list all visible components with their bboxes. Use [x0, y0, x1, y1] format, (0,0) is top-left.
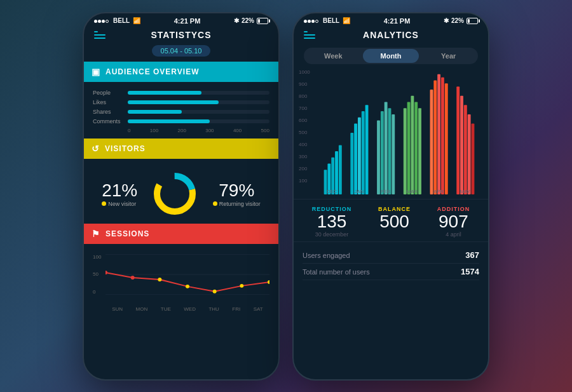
- status-bar-right: BELL 📶 4:21 PM ✱ 22%: [294, 13, 488, 27]
- date-badge: 05.04 - 05.10: [152, 45, 211, 57]
- app-title-right: ANALYTICS: [363, 30, 419, 40]
- right-phone: BELL 📶 4:21 PM ✱ 22% ANALYTICS Week Mont…: [292, 12, 489, 381]
- x-sat: SAT: [254, 306, 263, 312]
- svg-rect-38: [456, 86, 460, 194]
- svg-rect-39: [460, 95, 463, 194]
- bar-fill-comments: [128, 119, 210, 123]
- y-500: 500: [299, 130, 310, 135]
- bar-row-likes: Likes: [93, 99, 269, 105]
- balance-block: BALANCE 500: [378, 206, 411, 238]
- bar-track-comments: [128, 119, 269, 123]
- svg-rect-20: [358, 117, 361, 194]
- svg-rect-24: [381, 111, 384, 194]
- balance-label: BALANCE: [378, 206, 411, 212]
- chart-svg-wrap: DEC JAN FEB MAR APR MAY: [317, 69, 483, 199]
- new-visitor-pct: 21%: [102, 180, 137, 201]
- new-visitor-stat: 21% New visitor: [102, 180, 137, 207]
- bar-track-people: [128, 91, 269, 95]
- axis-200: 200: [178, 128, 186, 133]
- y-400: 400: [299, 142, 310, 147]
- axis-500: 500: [261, 128, 269, 133]
- returning-dot: [213, 201, 217, 206]
- y-50: 50: [93, 271, 101, 277]
- battery-icon-left: [257, 18, 268, 24]
- audience-content: People Likes Shares: [84, 87, 278, 139]
- engaged-label: Users engaged: [303, 252, 350, 259]
- sessions-line-chart: [106, 254, 269, 295]
- svg-point-6: [106, 271, 107, 274]
- balance-sub: [378, 231, 411, 238]
- wifi-icon: 📶: [133, 17, 140, 24]
- y-600: 600: [299, 118, 310, 123]
- audience-section: ▣ AUDIENCE OVERVIEW People Likes: [84, 62, 278, 139]
- svg-rect-21: [362, 111, 365, 194]
- svg-rect-25: [385, 102, 388, 194]
- new-dot: [102, 201, 106, 206]
- bar-row-comments: Comments: [93, 118, 269, 125]
- reduction-label: REDUCTION: [312, 206, 352, 212]
- bluetooth-icon-right: ✱: [444, 17, 449, 24]
- menu-icon-left[interactable]: [94, 29, 106, 41]
- svg-rect-16: [335, 151, 338, 194]
- bar-axis: 0 100 200 300 400 500: [93, 128, 269, 133]
- balance-value: 500: [378, 212, 411, 232]
- new-visitor-text: New visitor: [108, 201, 136, 207]
- bar-chart-svg: DEC JAN FEB MAR APR MAY: [317, 69, 483, 196]
- audience-icon: ▣: [92, 67, 100, 77]
- chart-y-labels: 1000 900 800 700 600 500 400 300 200 100: [299, 69, 310, 184]
- axis-400: 400: [233, 128, 242, 133]
- svg-point-12: [268, 280, 269, 283]
- x-sun: SUN: [112, 306, 123, 312]
- visitors-title: VISITORS: [105, 144, 146, 153]
- svg-rect-34: [433, 80, 437, 194]
- reduction-block: REDUCTION 135 30 december: [312, 206, 352, 238]
- tab-month[interactable]: Month: [363, 49, 419, 63]
- menu-icon-right[interactable]: [304, 29, 315, 41]
- status-left: BELL 📶: [94, 17, 140, 24]
- bar-row-people: People: [93, 90, 269, 96]
- returning-visitor-pct: 79%: [213, 180, 261, 201]
- carrier-right: BELL: [323, 17, 339, 24]
- reduction-sub: 30 december: [312, 231, 352, 238]
- bar-label-comments: Comments: [93, 118, 128, 125]
- donut-chart: [153, 172, 197, 216]
- sessions-header: ⚑ SESSIONS: [84, 224, 278, 244]
- svg-text:JAN: JAN: [355, 189, 364, 194]
- x-tue: TUE: [161, 306, 171, 312]
- wifi-icon-right: 📶: [343, 17, 350, 24]
- svg-rect-18: [350, 133, 353, 194]
- svg-rect-26: [388, 108, 392, 194]
- tab-year[interactable]: Year: [420, 49, 477, 63]
- svg-text:DEC: DEC: [327, 189, 337, 194]
- svg-rect-37: [445, 83, 448, 194]
- svg-rect-27: [392, 114, 395, 194]
- axis-300: 300: [205, 128, 214, 133]
- y-0: 0: [93, 289, 101, 295]
- app-title-left: STATISTYCS: [151, 30, 211, 40]
- x-mon: MON: [136, 306, 148, 312]
- y-800: 800: [299, 93, 310, 99]
- svg-rect-36: [441, 77, 444, 194]
- donut-svg: [153, 172, 197, 216]
- y-300: 300: [299, 154, 310, 159]
- svg-rect-28: [404, 108, 407, 194]
- sessions-chart: 100 50 0: [93, 254, 269, 305]
- tab-week[interactable]: Week: [305, 49, 362, 63]
- sessions-content: 100 50 0: [84, 249, 278, 314]
- x-fri: FRI: [232, 306, 240, 312]
- app-header-left: STATISTYCS: [84, 27, 278, 45]
- stats-row: REDUCTION 135 30 december BALANCE 500 AD…: [294, 199, 488, 243]
- bar-track-likes: [128, 100, 269, 104]
- bar-track-shares: [128, 110, 269, 114]
- svg-point-7: [131, 275, 135, 279]
- total-label: Total number of users: [303, 268, 370, 276]
- left-phone: BELL 📶 4:21 PM ✱ 22% STATISTYCS 05.04 - …: [83, 12, 280, 381]
- status-right-right: ✱ 22%: [444, 17, 478, 24]
- visitors-section: ↺ VISITORS 21% New visitor: [84, 139, 278, 224]
- visitors-header: ↺ VISITORS: [84, 139, 278, 159]
- y-100: 100: [93, 254, 101, 260]
- status-right-left: ✱ 22%: [234, 17, 268, 24]
- phones-container: BELL 📶 4:21 PM ✱ 22% STATISTYCS 05.04 - …: [83, 12, 489, 381]
- addition-value: 907: [437, 212, 470, 232]
- svg-rect-33: [430, 90, 433, 194]
